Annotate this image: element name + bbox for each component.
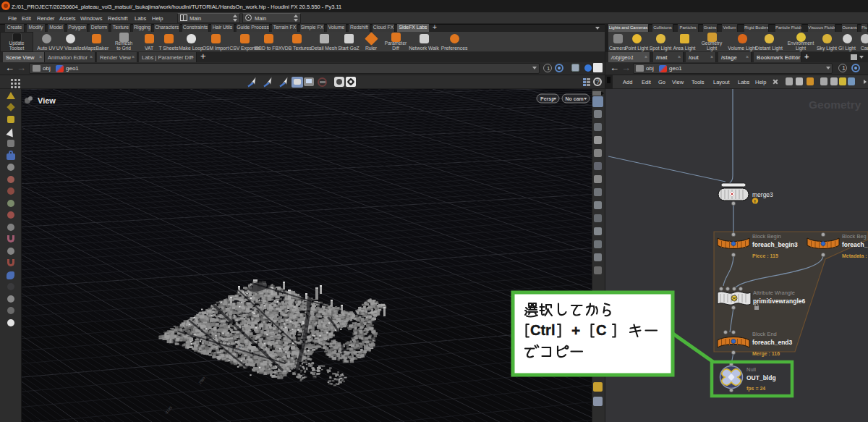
svg-text:Ctrl: Ctrl	[530, 322, 555, 338]
svg-text:C: C	[596, 322, 606, 338]
svg-text:+: +	[571, 322, 580, 339]
